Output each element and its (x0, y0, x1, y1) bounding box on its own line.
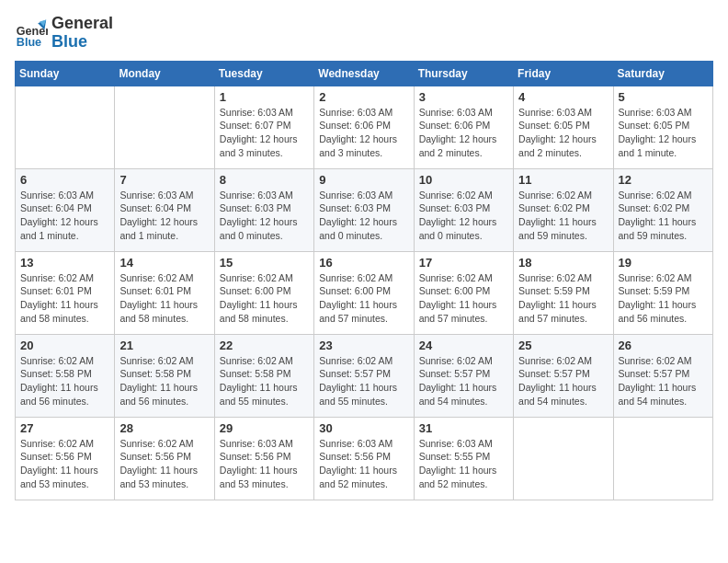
day-info: Sunrise: 6:02 AM Sunset: 5:57 PM Dayligh… (419, 354, 508, 408)
day-number: 3 (419, 90, 508, 104)
day-info: Sunrise: 6:02 AM Sunset: 5:58 PM Dayligh… (20, 354, 109, 408)
day-number: 20 (20, 339, 109, 352)
day-number: 9 (319, 173, 408, 187)
weekday-monday: Monday (115, 61, 214, 86)
day-info: Sunrise: 6:02 AM Sunset: 5:59 PM Dayligh… (619, 271, 708, 326)
day-number: 22 (220, 339, 309, 352)
day-info: Sunrise: 6:02 AM Sunset: 5:59 PM Dayligh… (518, 271, 608, 326)
day-info: Sunrise: 6:02 AM Sunset: 6:00 PM Dayligh… (220, 271, 309, 326)
day-number: 28 (119, 421, 209, 435)
calendar-cell: 28Sunrise: 6:02 AM Sunset: 5:56 PM Dayli… (115, 417, 214, 500)
day-info: Sunrise: 6:02 AM Sunset: 6:02 PM Dayligh… (518, 189, 608, 243)
day-info: Sunrise: 6:02 AM Sunset: 6:02 PM Dayligh… (619, 189, 708, 243)
calendar-cell: 16Sunrise: 6:02 AM Sunset: 6:00 PM Dayli… (314, 251, 414, 334)
calendar-cell: 25Sunrise: 6:02 AM Sunset: 5:57 PM Dayli… (514, 334, 613, 417)
day-info: Sunrise: 6:02 AM Sunset: 6:01 PM Dayligh… (20, 271, 109, 326)
day-info: Sunrise: 6:02 AM Sunset: 5:57 PM Dayligh… (518, 354, 608, 408)
calendar-cell: 13Sunrise: 6:02 AM Sunset: 6:01 PM Dayli… (16, 251, 115, 334)
calendar-cell: 2Sunrise: 6:03 AM Sunset: 6:06 PM Daylig… (314, 86, 414, 168)
calendar-cell: 26Sunrise: 6:02 AM Sunset: 5:57 PM Dayli… (613, 334, 712, 417)
calendar-cell: 20Sunrise: 6:02 AM Sunset: 5:58 PM Dayli… (16, 334, 115, 417)
day-info: Sunrise: 6:02 AM Sunset: 6:00 PM Dayligh… (419, 271, 508, 326)
calendar-cell (16, 86, 115, 168)
day-info: Sunrise: 6:03 AM Sunset: 5:56 PM Dayligh… (220, 437, 309, 491)
weekday-wednesday: Wednesday (314, 61, 414, 86)
day-info: Sunrise: 6:02 AM Sunset: 5:58 PM Dayligh… (119, 354, 209, 408)
day-number: 6 (20, 173, 109, 187)
day-number: 4 (518, 90, 608, 104)
day-info: Sunrise: 6:02 AM Sunset: 5:58 PM Dayligh… (220, 354, 309, 408)
day-info: Sunrise: 6:03 AM Sunset: 6:05 PM Dayligh… (518, 106, 608, 160)
calendar-cell: 5Sunrise: 6:03 AM Sunset: 6:05 PM Daylig… (613, 86, 712, 168)
calendar-cell: 19Sunrise: 6:02 AM Sunset: 5:59 PM Dayli… (613, 251, 712, 334)
calendar-cell: 4Sunrise: 6:03 AM Sunset: 6:05 PM Daylig… (514, 86, 613, 168)
day-number: 8 (220, 173, 309, 187)
day-number: 31 (419, 421, 508, 435)
calendar-cell (613, 417, 712, 500)
day-number: 27 (20, 421, 109, 435)
calendar-cell: 3Sunrise: 6:03 AM Sunset: 6:06 PM Daylig… (414, 86, 513, 168)
calendar-body: 1Sunrise: 6:03 AM Sunset: 6:07 PM Daylig… (16, 86, 713, 500)
calendar-cell: 23Sunrise: 6:02 AM Sunset: 5:57 PM Dayli… (314, 334, 414, 417)
calendar-cell: 12Sunrise: 6:02 AM Sunset: 6:02 PM Dayli… (613, 168, 712, 251)
calendar-cell: 17Sunrise: 6:02 AM Sunset: 6:00 PM Dayli… (414, 251, 513, 334)
day-number: 7 (119, 173, 209, 187)
day-number: 2 (319, 90, 408, 104)
day-info: Sunrise: 6:03 AM Sunset: 6:05 PM Dayligh… (619, 106, 708, 160)
day-info: Sunrise: 6:03 AM Sunset: 5:55 PM Dayligh… (419, 437, 508, 491)
calendar-cell: 29Sunrise: 6:03 AM Sunset: 5:56 PM Dayli… (214, 417, 313, 500)
day-number: 1 (220, 90, 309, 104)
calendar-cell: 15Sunrise: 6:02 AM Sunset: 6:00 PM Dayli… (214, 251, 313, 334)
day-info: Sunrise: 6:03 AM Sunset: 5:56 PM Dayligh… (319, 437, 408, 491)
day-info: Sunrise: 6:02 AM Sunset: 5:57 PM Dayligh… (619, 354, 708, 408)
day-info: Sunrise: 6:03 AM Sunset: 6:03 PM Dayligh… (319, 189, 408, 243)
day-number: 13 (20, 256, 109, 270)
weekday-sunday: Sunday (16, 61, 115, 86)
day-number: 30 (319, 421, 408, 435)
day-info: Sunrise: 6:02 AM Sunset: 5:56 PM Dayligh… (119, 437, 209, 491)
weekday-friday: Friday (514, 61, 613, 86)
weekday-saturday: Saturday (613, 61, 712, 86)
calendar-cell: 14Sunrise: 6:02 AM Sunset: 6:01 PM Dayli… (115, 251, 214, 334)
calendar-cell: 1Sunrise: 6:03 AM Sunset: 6:07 PM Daylig… (214, 86, 313, 168)
day-number: 23 (319, 339, 408, 352)
weekday-tuesday: Tuesday (214, 61, 313, 86)
calendar-cell: 7Sunrise: 6:03 AM Sunset: 6:04 PM Daylig… (115, 168, 214, 251)
svg-text:Blue: Blue (17, 36, 41, 49)
logo-icon: General Blue (15, 17, 48, 50)
calendar-cell: 21Sunrise: 6:02 AM Sunset: 5:58 PM Dayli… (115, 334, 214, 417)
weekday-thursday: Thursday (414, 61, 513, 86)
day-info: Sunrise: 6:03 AM Sunset: 6:06 PM Dayligh… (319, 106, 408, 160)
calendar-cell: 31Sunrise: 6:03 AM Sunset: 5:55 PM Dayli… (414, 417, 513, 500)
day-number: 25 (518, 339, 608, 352)
calendar-week-2: 6Sunrise: 6:03 AM Sunset: 6:04 PM Daylig… (16, 168, 713, 251)
day-number: 26 (619, 339, 708, 352)
day-number: 12 (619, 173, 708, 187)
day-number: 5 (619, 90, 708, 104)
day-number: 24 (419, 339, 508, 352)
day-number: 21 (119, 339, 209, 352)
day-number: 19 (619, 256, 708, 270)
logo: General Blue General Blue (15, 15, 113, 52)
day-info: Sunrise: 6:02 AM Sunset: 5:57 PM Dayligh… (319, 354, 408, 408)
calendar-cell: 10Sunrise: 6:02 AM Sunset: 6:03 PM Dayli… (414, 168, 513, 251)
calendar-cell: 8Sunrise: 6:03 AM Sunset: 6:03 PM Daylig… (214, 168, 313, 251)
calendar-cell: 22Sunrise: 6:02 AM Sunset: 5:58 PM Dayli… (214, 334, 313, 417)
day-info: Sunrise: 6:03 AM Sunset: 6:04 PM Dayligh… (119, 189, 209, 243)
weekday-header-row: SundayMondayTuesdayWednesdayThursdayFrid… (16, 61, 713, 86)
calendar-cell: 18Sunrise: 6:02 AM Sunset: 5:59 PM Dayli… (514, 251, 613, 334)
day-number: 15 (220, 256, 309, 270)
day-number: 17 (419, 256, 508, 270)
day-info: Sunrise: 6:02 AM Sunset: 6:03 PM Dayligh… (419, 189, 508, 243)
day-number: 16 (319, 256, 408, 270)
calendar-cell: 11Sunrise: 6:02 AM Sunset: 6:02 PM Dayli… (514, 168, 613, 251)
day-info: Sunrise: 6:02 AM Sunset: 5:56 PM Dayligh… (20, 437, 109, 491)
day-info: Sunrise: 6:02 AM Sunset: 6:00 PM Dayligh… (319, 271, 408, 326)
day-number: 18 (518, 256, 608, 270)
calendar-cell: 24Sunrise: 6:02 AM Sunset: 5:57 PM Dayli… (414, 334, 513, 417)
day-info: Sunrise: 6:03 AM Sunset: 6:03 PM Dayligh… (220, 189, 309, 243)
calendar-cell (115, 86, 214, 168)
day-info: Sunrise: 6:03 AM Sunset: 6:07 PM Dayligh… (220, 106, 309, 160)
calendar-table: SundayMondayTuesdayWednesdayThursdayFrid… (15, 61, 713, 500)
calendar-cell (514, 417, 613, 500)
